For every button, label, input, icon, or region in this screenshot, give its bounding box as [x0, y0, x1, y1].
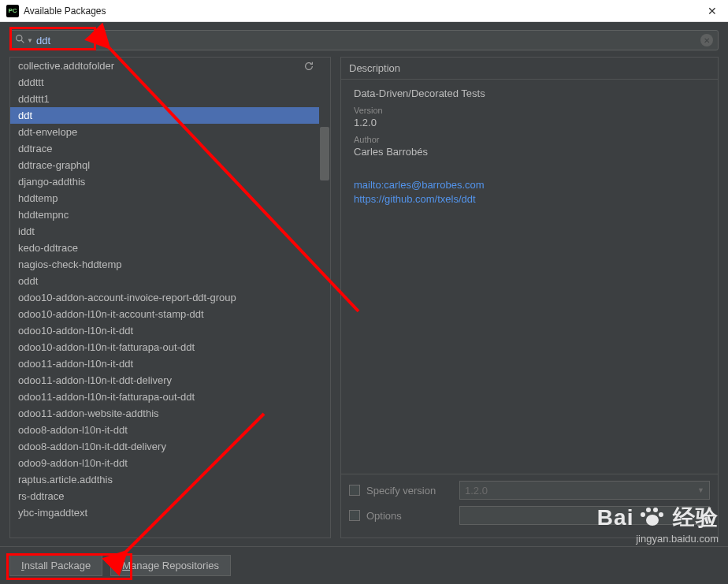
package-item[interactable]: odoo10-addon-l10n-it-ddt — [10, 322, 330, 339]
package-item[interactable]: ddt-envelope — [10, 124, 330, 140]
chevron-down-icon[interactable]: ▼ — [27, 37, 33, 44]
options-row: Options — [349, 506, 710, 525]
package-item[interactable]: rs-ddtrace — [10, 488, 330, 504]
search-row: ▼ ✕ — [0, 22, 728, 57]
svg-line-1 — [21, 40, 24, 43]
refresh-icon[interactable] — [303, 61, 314, 74]
package-item[interactable]: collective.addtofolder — [10, 58, 330, 74]
main-area: ▼ ✕ collective.addtofolderdddtttdddttt1d… — [0, 22, 728, 584]
package-item[interactable]: odoo11-addon-l10n-it-fatturapa-out-ddt — [10, 389, 330, 405]
version-label: Version — [354, 106, 705, 115]
search-icon — [15, 34, 25, 46]
package-item[interactable]: oddt — [10, 273, 330, 289]
package-item[interactable]: odoo9-addon-l10n-it-ddt — [10, 455, 330, 471]
description-body: Data-Driven/Decorated Tests Version 1.2.… — [341, 79, 718, 474]
package-item[interactable]: iddt — [10, 223, 330, 240]
package-item[interactable]: odoo10-addon-account-invoice-report-ddt-… — [10, 289, 330, 306]
clear-search-icon[interactable]: ✕ — [700, 34, 713, 46]
specify-version-checkbox[interactable] — [349, 485, 360, 496]
version-value: 1.2.0 — [354, 117, 705, 128]
package-item[interactable]: hddtemp — [10, 190, 330, 206]
options-label: Options — [366, 510, 453, 522]
close-icon[interactable]: ✕ — [703, 5, 722, 17]
app-icon: PC — [6, 5, 19, 17]
scrollbar-thumb[interactable] — [320, 127, 329, 180]
package-item[interactable]: ddtrace — [10, 140, 330, 157]
install-package-button[interactable]: Install Package — [9, 555, 102, 576]
package-item[interactable]: nagios-check-hddtemp — [10, 256, 330, 273]
options-input[interactable] — [459, 506, 710, 525]
svg-point-0 — [17, 35, 22, 41]
package-list[interactable]: collective.addtofolderdddtttdddttt1ddtdd… — [10, 58, 330, 538]
description-header: Description — [341, 58, 718, 79]
package-item[interactable]: dddttt1 — [10, 91, 330, 107]
search-input[interactable] — [36, 33, 700, 48]
package-item[interactable]: odoo11-addon-website-addthis — [10, 405, 330, 422]
specify-version-value: 1.2.0 — [465, 485, 488, 497]
package-item[interactable]: odoo8-addon-l10n-it-ddt-delivery — [10, 438, 330, 455]
package-item[interactable]: ddtrace-graphql — [10, 157, 330, 173]
author-value: Carles Barrobés — [354, 146, 705, 158]
content-split: collective.addtofolderdddtttdddttt1ddtdd… — [0, 57, 728, 546]
scrollbar[interactable] — [319, 58, 330, 538]
titlebar: PC Available Packages ✕ — [0, 0, 728, 22]
description-panel: Description Data-Driven/Decorated Tests … — [340, 57, 719, 538]
package-list-panel: collective.addtofolderdddtttdddttt1ddtdd… — [9, 57, 331, 538]
author-email-link[interactable]: mailto:carles@barrobes.com — [354, 178, 705, 192]
package-item[interactable]: odoo10-addon-l10n-it-fatturapa-out-ddt — [10, 339, 330, 355]
package-item[interactable]: odoo8-addon-l10n-it-ddt — [10, 422, 330, 438]
package-item[interactable]: raptus.article.addthis — [10, 471, 330, 488]
project-url-link[interactable]: https://github.com/txels/ddt — [354, 192, 705, 206]
package-item[interactable]: ddt — [10, 107, 330, 124]
specify-version-row: Specify version 1.2.0 ▼ — [349, 481, 710, 500]
window-title: Available Packages — [24, 6, 703, 17]
description-summary: Data-Driven/Decorated Tests — [354, 87, 705, 99]
package-item[interactable]: odoo11-addon-l10n-it-ddt-delivery — [10, 372, 330, 389]
package-item[interactable]: dddttt — [10, 74, 330, 91]
manage-repositories-button[interactable]: Manage Repositories — [110, 555, 231, 576]
search-box[interactable]: ▼ ✕ — [9, 30, 719, 50]
specify-version-label: Specify version — [366, 485, 453, 497]
specify-version-select[interactable]: 1.2.0 ▼ — [459, 481, 710, 500]
chevron-down-icon: ▼ — [697, 486, 704, 494]
bottom-bar: Install Package Manage Repositories — [0, 546, 728, 584]
package-item[interactable]: odoo11-addon-l10n-it-ddt — [10, 355, 330, 372]
install-options: Specify version 1.2.0 ▼ Options — [341, 474, 718, 538]
package-item[interactable]: ybc-imgaddtext — [10, 504, 330, 521]
package-item[interactable]: django-addthis — [10, 173, 330, 190]
author-label: Author — [354, 135, 705, 144]
package-item[interactable]: kedo-ddtrace — [10, 240, 330, 256]
options-checkbox[interactable] — [349, 510, 360, 521]
package-item[interactable]: odoo10-addon-l10n-it-account-stamp-ddt — [10, 306, 330, 322]
package-item[interactable]: hddtempnc — [10, 206, 330, 223]
